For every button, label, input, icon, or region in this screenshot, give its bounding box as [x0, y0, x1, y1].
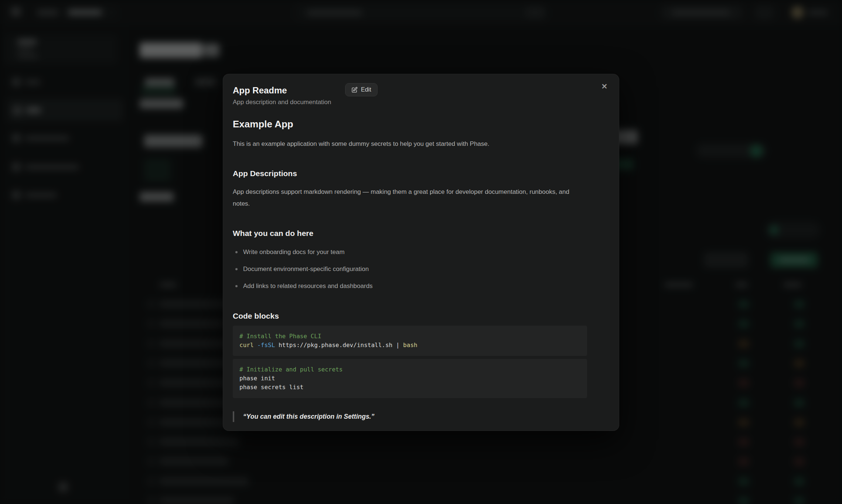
readme-heading-descriptions: App Descriptions — [233, 169, 587, 178]
modal-title: App Readme — [233, 85, 609, 96]
code-block-install: # Install the Phase CLI curl -fsSL https… — [233, 326, 587, 356]
readme-h1: Example App — [233, 119, 587, 130]
edit-button-label: Edit — [361, 86, 371, 93]
edit-button[interactable]: Edit — [345, 83, 378, 96]
quote-close: ” — [371, 413, 374, 420]
readme-bullet-list: Write onboarding docs for your team Docu… — [233, 247, 587, 291]
modal-header: App Readme App description and documenta… — [223, 74, 619, 106]
readme-intro: This is an example application with some… — [233, 138, 582, 150]
code-line: phase secrets list — [239, 384, 303, 391]
list-item: Write onboarding docs for your team — [243, 247, 587, 257]
list-item: Document environment-specific configurat… — [243, 264, 587, 274]
modal-subtitle: App description and documentation — [233, 99, 609, 106]
code-block-init: # Initialize and pull secrets phase init… — [233, 359, 587, 398]
readme-heading-what: What you can do here — [233, 229, 587, 238]
code-token: -fsSL — [254, 342, 275, 349]
code-line: phase init — [239, 375, 275, 382]
list-item: Add links to related resources and dashb… — [243, 281, 587, 291]
code-token: https://pkg.phase.dev/install.sh — [275, 342, 396, 349]
code-comment: # Install the Phase CLI — [239, 333, 321, 340]
app-readme-modal: ✕ App Readme App description and documen… — [223, 74, 619, 431]
readme-descriptions-body: App descriptions support markdown render… — [233, 186, 582, 210]
readme-content: Example App This is an example applicati… — [223, 119, 619, 422]
code-token: bash — [399, 342, 417, 349]
edit-pencil-icon — [351, 87, 358, 93]
code-token: curl — [239, 342, 254, 349]
code-comment: # Initialize and pull secrets — [239, 366, 342, 373]
readme-blockquote: “You can edit this description in Settin… — [233, 411, 587, 422]
readme-heading-code: Code blocks — [233, 312, 587, 320]
quote-text: “You can edit this description in — [243, 413, 344, 420]
quote-bold: Settings. — [344, 413, 371, 420]
